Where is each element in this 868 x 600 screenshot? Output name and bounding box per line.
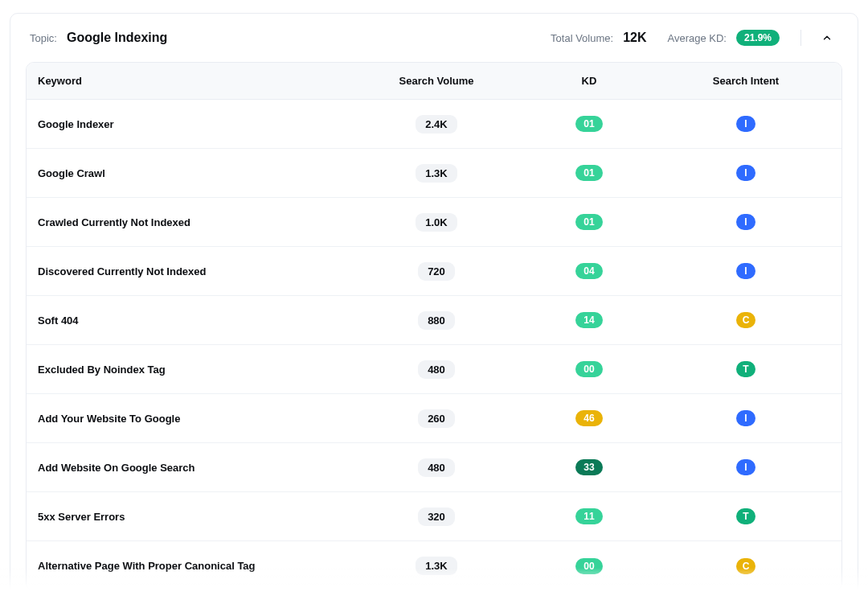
volume-pill: 1.0K [416,213,457,232]
topic-card-header: Topic: Google Indexing Total Volume: 12K… [10,14,858,62]
intent-pill: I [736,165,755,181]
cell-intent: C [661,312,830,328]
cell-kd: 14 [517,312,661,328]
kd-pill: 14 [575,312,602,328]
cell-volume: 1.0K [356,213,517,232]
average-kd-label: Average KD: [668,32,727,44]
intent-pill: T [736,508,755,524]
cell-intent: C [661,558,830,574]
volume-pill: 480 [418,360,455,379]
intent-pill: I [736,410,755,426]
cell-intent: I [661,410,830,426]
cell-keyword: Add Your Website To Google [38,413,356,425]
cell-volume: 2.4K [356,115,517,134]
volume-pill: 1.3K [416,557,457,575]
table-row[interactable]: Add Your Website To Google26046I [27,394,841,443]
kd-pill: 11 [575,508,602,524]
intent-pill: C [736,312,755,328]
total-volume-value: 12K [623,31,646,45]
table-row[interactable]: Google Crawl1.3K01I [27,149,841,198]
volume-pill: 260 [418,409,455,428]
cell-volume: 1.3K [356,557,517,575]
cell-intent: I [661,459,830,475]
total-volume-label: Total Volume: [551,32,613,44]
volume-pill: 1.3K [416,164,457,183]
table-row[interactable]: 5xx Server Errors32011T [27,492,841,541]
cell-intent: I [661,263,830,279]
cell-keyword: Soft 404 [38,314,356,327]
cell-intent: I [661,116,830,132]
cell-kd: 01 [517,116,661,132]
kd-pill: 01 [575,214,602,230]
col-search-intent[interactable]: Search Intent [661,75,830,87]
cell-volume: 480 [356,458,517,477]
cell-kd: 00 [517,558,661,574]
table-row[interactable]: Crawled Currently Not Indexed1.0K01I [27,198,841,247]
cell-keyword: Alternative Page With Proper Canonical T… [38,560,356,572]
cell-keyword: Google Indexer [38,118,356,130]
cell-intent: I [661,165,830,181]
cell-keyword: Discovered Currently Not Indexed [38,265,356,277]
cell-volume: 720 [356,262,517,281]
keywords-table: Keyword Search Volume KD Search Intent G… [26,62,842,591]
header-divider [800,30,801,46]
table-header-row: Keyword Search Volume KD Search Intent [27,63,841,100]
topic-value: Google Indexing [67,31,167,45]
cell-volume: 320 [356,508,517,526]
cell-kd: 33 [517,459,661,475]
intent-pill: I [736,459,755,475]
kd-pill: 01 [575,165,602,181]
cell-volume: 880 [356,311,517,330]
cell-keyword: Add Website On Google Search [38,462,356,474]
table-row[interactable]: Discovered Currently Not Indexed72004I [27,247,841,296]
average-kd-badge: 21.9% [736,30,780,46]
kd-pill: 01 [575,116,602,132]
cell-volume: 480 [356,360,517,379]
cell-kd: 00 [517,361,661,377]
cell-keyword: Excluded By Noindex Tag [38,364,356,376]
volume-pill: 880 [418,311,455,330]
cell-kd: 01 [517,165,661,181]
kd-pill: 46 [575,410,602,426]
cell-volume: 260 [356,409,517,428]
col-search-volume[interactable]: Search Volume [356,75,517,87]
table-row[interactable]: Alternative Page With Proper Canonical T… [27,541,841,590]
kd-pill: 04 [575,263,602,279]
intent-pill: C [736,558,755,574]
cell-kd: 01 [517,214,661,230]
intent-pill: I [736,214,755,230]
cell-intent: I [661,214,830,230]
intent-pill: I [736,263,755,279]
collapse-button[interactable] [816,27,838,49]
chevron-up-icon [821,32,833,43]
volume-pill: 480 [418,458,455,477]
table-row[interactable]: Add Website On Google Search48033I [27,443,841,492]
cell-intent: T [661,361,830,377]
intent-pill: T [736,361,755,377]
cell-kd: 46 [517,410,661,426]
kd-pill: 33 [575,459,602,475]
volume-pill: 320 [418,508,455,526]
cell-kd: 11 [517,508,661,524]
cell-intent: T [661,508,830,524]
cell-keyword: Google Crawl [38,167,356,179]
col-kd[interactable]: KD [517,75,661,87]
cell-volume: 1.3K [356,164,517,183]
table-row[interactable]: Google Indexer2.4K01I [27,100,841,149]
cell-keyword: Crawled Currently Not Indexed [38,216,356,228]
cell-keyword: 5xx Server Errors [38,511,356,523]
col-keyword[interactable]: Keyword [38,75,356,87]
cell-kd: 04 [517,263,661,279]
topic-card: Topic: Google Indexing Total Volume: 12K… [10,13,858,600]
intent-pill: I [736,116,755,132]
kd-pill: 00 [575,361,602,377]
table-row[interactable]: Excluded By Noindex Tag48000T [27,345,841,394]
kd-pill: 00 [575,558,602,574]
table-row[interactable]: Soft 40488014C [27,296,841,345]
topic-label: Topic: [30,32,57,44]
volume-pill: 2.4K [416,115,457,134]
volume-pill: 720 [418,262,455,281]
